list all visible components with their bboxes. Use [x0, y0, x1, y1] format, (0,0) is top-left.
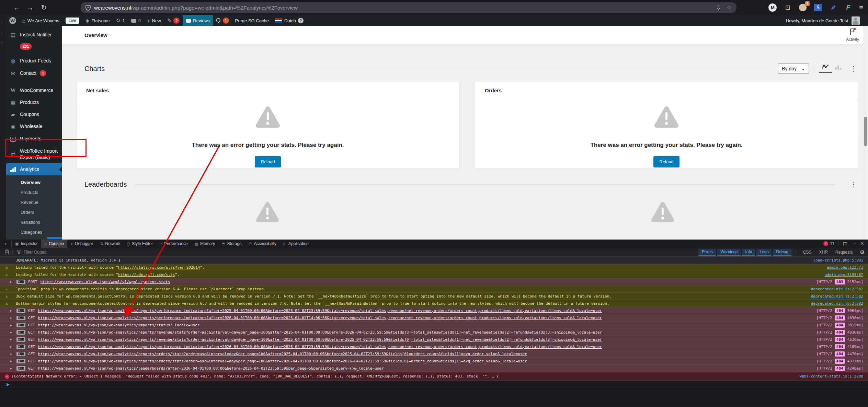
site-name-menu[interactable]: ⌂We Are Wovens — [19, 15, 62, 26]
sidebar-item-products[interactable]: ▦ Products — [6, 96, 62, 108]
submenu-item-products[interactable]: Products — [6, 187, 62, 197]
request-url-link[interactable]: https://wearewovens.nl/wp-json/wc-analyt… — [38, 314, 602, 322]
request-url-link[interactable]: https://wearewovens.nl/wp-json/wc-analyt… — [38, 329, 602, 336]
failed-script-link[interactable]: https://stats.wp.com/w.js?ver=202614 — [118, 265, 200, 270]
expand-arrow-icon[interactable]: ▶ — [10, 350, 16, 358]
bookmark-star-icon[interactable]: ☆ — [727, 4, 732, 11]
extension-f-icon[interactable]: F — [844, 3, 852, 12]
reload-icon[interactable]: ↻ — [37, 3, 51, 12]
submenu-item-variations[interactable]: Variations — [6, 217, 62, 227]
sidebar-item-coupons[interactable]: ▰ Coupons — [6, 108, 62, 120]
extension-m-icon[interactable]: M — [768, 3, 777, 12]
source-link[interactable]: load-scripts.php:5:981 — [813, 257, 863, 264]
expand-arrow-icon[interactable]: ▶ — [10, 365, 16, 372]
url-bar[interactable]: wearewovens.nl/wp-admin/admin.php?page=w… — [81, 2, 736, 13]
source-link[interactable]: admin.php:3193:87 — [824, 271, 863, 278]
expand-arrow-icon[interactable]: ▶ — [10, 314, 16, 322]
comments-menu[interactable]: 0 — [128, 15, 144, 26]
source-link[interactable]: wpml-content-stats.js:1:2208 — [800, 372, 863, 381]
sidebar-item-contact[interactable]: ✉ Contact 1 — [6, 67, 62, 80]
expand-arrow-icon[interactable]: ▶ — [80, 372, 84, 381]
line-chart-toggle[interactable] — [819, 64, 832, 73]
charts-kebab-menu[interactable]: ⋮ — [848, 65, 859, 73]
clear-console-icon[interactable] — [5, 249, 9, 255]
submenu-item-orders[interactable]: Orders — [6, 207, 62, 217]
filter-info-button[interactable]: Info — [742, 249, 755, 256]
pick-element-icon[interactable]: ⌖ — [0, 240, 12, 248]
submenu-item-revenue[interactable]: Revenue — [6, 197, 62, 207]
filter-xhr-button[interactable]: XHR — [816, 249, 831, 255]
howdy-menu[interactable]: Howdy, Maarten de Goede Test — [786, 18, 848, 23]
source-link[interactable]: deprecated.min.js:2:582 — [811, 300, 863, 307]
filter-output-input[interactable] — [24, 250, 134, 255]
menu-icon[interactable]: ≡ — [859, 4, 863, 12]
expand-arrow-icon[interactable]: ▶ — [10, 307, 16, 314]
error-object-preview[interactable]: Object { message: "Request failed with s… — [84, 372, 498, 381]
help-icon[interactable]: ? — [298, 18, 304, 23]
request-url-link[interactable]: https://wearewovens.nl/wp-json/wc-analyt… — [38, 343, 602, 350]
request-url-link[interactable]: https://wearewovens.nl/wp-json/wc-analyt… — [38, 350, 527, 358]
leaderboards-kebab-menu[interactable]: ⋮ — [848, 180, 859, 188]
expand-arrow-icon[interactable]: ▶ — [10, 336, 16, 343]
query-monitor-menu[interactable]: Q1 — [213, 15, 232, 26]
live-badge[interactable]: Live — [62, 15, 82, 26]
forward-icon[interactable]: → — [23, 4, 37, 12]
tab-inspector[interactable]: ▣Inspector — [12, 240, 41, 248]
extension-s-icon[interactable]: S — [814, 3, 822, 12]
save-page-icon[interactable]: ⇩ — [716, 4, 721, 11]
sidebar-item-instock-notifier[interactable]: ▤ Instock Notifier 231 — [6, 29, 62, 55]
wp-logo-menu[interactable]: W — [6, 15, 19, 26]
console-input-row[interactable]: ≫ — [0, 381, 868, 388]
submenu-item-categories[interactable]: Categories — [6, 227, 62, 237]
tab-network[interactable]: ⇅Network — [96, 240, 124, 248]
request-url-link[interactable]: https://wearewovens.nl/wp-json/wpml/v1/w… — [41, 278, 170, 286]
filter-requests-button[interactable]: Requests — [832, 249, 856, 255]
avatar[interactable] — [852, 16, 860, 25]
responsive-mode-icon[interactable]: ◳ — [843, 241, 847, 246]
expand-arrow-icon[interactable]: ▶ — [10, 343, 16, 350]
sidebar-item-product-feeds[interactable]: ◍ Product Feeds — [6, 55, 62, 67]
interval-select[interactable]: By day ⌄ — [778, 63, 809, 74]
tab-style-editor[interactable]: {}Style Editor — [124, 240, 157, 248]
request-url-link[interactable]: https://wearewovens.nl/wp-json/wc-analyt… — [38, 358, 527, 365]
filter-debug-button[interactable]: Debug — [773, 249, 791, 256]
extensions-puzzle-icon[interactable]: ⊡ — [784, 3, 792, 12]
tab-application[interactable]: ⊞Application — [280, 240, 312, 248]
error-count-badge[interactable]: !11 — [823, 241, 834, 246]
tab-performance[interactable]: ◔Performance — [156, 240, 191, 248]
tab-memory[interactable]: ▦Memory — [191, 240, 219, 248]
request-url-link[interactable]: https://wearewovens.nl/wp-json/wc-analyt… — [38, 336, 602, 343]
tab-storage[interactable]: ≣Storage — [218, 240, 245, 248]
sidebar-item-wholesale[interactable]: ◉ Wholesale — [6, 120, 62, 132]
submenu-item-overview[interactable]: Overview — [6, 177, 62, 187]
expand-arrow-icon[interactable]: ▶ — [10, 329, 16, 336]
updates-menu[interactable]: ↻1 — [113, 15, 128, 26]
expand-arrow-icon[interactable]: ▶ — [10, 358, 16, 365]
source-link[interactable]: deprecated.min.js:2:582 — [811, 286, 863, 293]
reload-button[interactable]: Reload — [653, 156, 679, 167]
expand-arrow-icon[interactable]: ▶ — [10, 278, 16, 286]
reload-button[interactable]: Reload — [255, 156, 281, 167]
close-icon[interactable]: × — [860, 240, 864, 247]
request-url-link[interactable]: https://wearewovens.nl/wp-json/wc-analyt… — [38, 322, 199, 329]
filter-warnings-button[interactable]: Warnings — [717, 249, 741, 256]
sidebar-item-analytics[interactable]: Analytics — [6, 163, 62, 175]
tab-accessibility[interactable]: ☉Accessibility — [245, 240, 280, 248]
page-scrollbar[interactable] — [863, 26, 868, 240]
filter-logs-button[interactable]: Logs — [756, 249, 772, 256]
extension-paw-icon[interactable]: 4 — [799, 3, 807, 12]
scrollbar-thumb[interactable] — [864, 117, 867, 146]
devtools-options-icon[interactable]: ⋯ — [852, 241, 856, 246]
bar-chart-toggle[interactable] — [832, 65, 844, 73]
back-icon[interactable]: ← — [10, 4, 23, 12]
source-link[interactable]: admin.php:122:71 — [827, 264, 863, 271]
expand-arrow-icon[interactable]: ▶ — [10, 322, 16, 329]
new-content-menu[interactable]: +New — [144, 15, 164, 26]
reviews-menu[interactable]: Reviews — [183, 15, 213, 26]
filter-errors-button[interactable]: Errors — [698, 249, 716, 256]
failed-script-link[interactable]: https://cdn.sift.com/s.js — [118, 272, 175, 277]
flatsome-menu[interactable]: ◈Flatsome — [82, 15, 113, 26]
filter-css-button[interactable]: CSS — [800, 249, 815, 255]
purge-cache-menu[interactable]: Purge SG Cache — [232, 15, 272, 26]
tab-debugger[interactable]: ◗Debugger — [67, 240, 96, 248]
